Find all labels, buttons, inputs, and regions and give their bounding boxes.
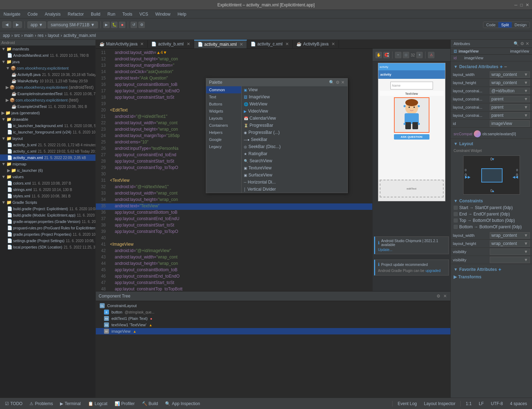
- id-value-row[interactable]: imageView: [490, 120, 530, 127]
- notification-link-update[interactable]: Update...: [378, 248, 446, 252]
- tree-item-local-properties[interactable]: 📄 local.properties (SDK Location) 21. 5.…: [0, 244, 95, 250]
- palette-cat-helpers[interactable]: Helpers: [206, 129, 241, 136]
- tree-item-package-main[interactable]: ▼ 📦 com.ebookfrenzy.explicitintent: [0, 65, 95, 71]
- layout-width-bottom-value[interactable]: wrap_content ▼: [490, 232, 530, 239]
- tab-activityb-java[interactable]: ☕ ActivityB.java ✕: [293, 40, 339, 48]
- palette-item-surfaceview[interactable]: ▣ SurfaceView: [242, 171, 347, 179]
- close-button[interactable]: ✕: [526, 2, 529, 7]
- tree-item-drawable[interactable]: ▼ 📁 drawable: [0, 116, 95, 122]
- constraints-section-title[interactable]: ▼ Constraints: [451, 197, 532, 204]
- tree-item-strings-xml[interactable]: 📄 strings.xml 11. 6. 2020 10:14, 130 B: [0, 186, 95, 193]
- close-palette-icon[interactable]: ✕: [341, 80, 345, 85]
- palette-item-progressbar-disc[interactable]: ◉ ProgressBar (...): [242, 129, 347, 136]
- search-attr-icon[interactable]: 🔍: [514, 41, 519, 46]
- palette-cat-common[interactable]: Common: [206, 86, 241, 93]
- breadcrumb-main[interactable]: main: [24, 33, 33, 38]
- tab-activity-main[interactable]: 📄 activity_main.xml ✕: [194, 40, 247, 48]
- tree-item-build-gradle-project[interactable]: 📄 build.gradle (Project: ExplicitIntent)…: [0, 206, 95, 212]
- close-tab-activityb[interactable]: ✕: [331, 42, 335, 47]
- event-log-button[interactable]: Event Log: [395, 400, 419, 407]
- tree-item-bg-xml[interactable]: 📄 ic_launcher_background.xml 11. 6. 2020…: [0, 122, 95, 129]
- id-value[interactable]: imageView: [464, 56, 529, 60]
- menu-build[interactable]: Build: [89, 11, 103, 17]
- run-button[interactable]: ▶: [103, 22, 110, 28]
- tab-activity-b[interactable]: 📄 activity_b.xml ✕: [148, 40, 194, 48]
- tree-item-java[interactable]: ▼ 📁 java: [0, 59, 95, 65]
- palette-item-textureview[interactable]: ▣ TextureView: [242, 164, 347, 171]
- tree-textview[interactable]: Ab textView1 'TextView' ▲: [96, 322, 450, 328]
- problems-button[interactable]: ⚠ Problems: [27, 400, 55, 407]
- warning-icon[interactable]: ⚠: [428, 52, 434, 58]
- close-component-tree-icon[interactable]: ✕: [443, 293, 448, 299]
- settings-palette-icon[interactable]: ⚙: [336, 80, 340, 85]
- settings-attr-icon[interactable]: ⚙: [520, 41, 524, 46]
- palette-item-imageview[interactable]: 🖼 ImageView: [242, 93, 347, 100]
- tree-item-package-unittest[interactable]: ▶ 📦 com.ebookfrenzy.explicitintent (test…: [0, 97, 95, 103]
- todo-button[interactable]: ☑ TODO: [3, 400, 24, 407]
- tree-item-activity-c-xml[interactable]: 📄 activity_c.xml 21. 5. 2022 19:02, 5,62…: [0, 148, 95, 154]
- tree-item-settings-gradle[interactable]: 📄 settings.gradle (Project Settings) 11.…: [0, 238, 95, 244]
- palette-item-view[interactable]: ▣ View: [242, 86, 347, 93]
- palette-item-seekbar[interactable]: —● SeekBar: [242, 136, 347, 143]
- palette-item-progressbar[interactable]: ⏳ ProgressBar: [242, 122, 347, 129]
- tree-edittext[interactable]: Ab editText1 (Plain Text) ●: [96, 315, 450, 322]
- menu-window[interactable]: Window: [153, 11, 173, 17]
- minus-declared-attr-button[interactable]: −: [504, 64, 507, 70]
- tree-item-exampleunittest[interactable]: ☕ ExampleUnitTest 11. 6. 2020 10:08, 391…: [0, 103, 95, 110]
- layout-inspector-button[interactable]: Layout Inspector: [422, 400, 458, 407]
- palette-cat-containers[interactable]: Containers: [206, 122, 241, 129]
- add-favorite-attr-button[interactable]: +: [498, 267, 501, 272]
- search-palette-icon[interactable]: 🔍: [329, 80, 334, 85]
- tree-item-gradle-properties[interactable]: 📄 gradle.properties (Project Properties)…: [0, 231, 95, 238]
- tree-item-values[interactable]: ▼ 📁 values: [0, 174, 95, 180]
- layout-section-title[interactable]: ▼ Layout: [451, 140, 532, 147]
- visibility-value[interactable]: ▼: [490, 249, 530, 255]
- layout-height-bottom-value[interactable]: wrap_content ▼: [490, 240, 530, 247]
- design-view-button[interactable]: Design: [512, 22, 530, 28]
- tree-item-gradle-scripts[interactable]: ▼ 📁 Gradle Scripts: [0, 199, 95, 206]
- tree-item-gradle-wrapper[interactable]: 📄 gradle-wrapper.properties (Gradle Vers…: [0, 218, 95, 225]
- app-dropdown[interactable]: app ▼: [27, 21, 46, 28]
- tree-item-java-generated[interactable]: ▶ 📁 java (generated): [0, 110, 95, 116]
- close-tab-mainactivity[interactable]: ✕: [140, 42, 144, 47]
- palette-item-vertical-divider[interactable]: │ Vertical Divider: [242, 186, 347, 193]
- minimize-button[interactable]: ─: [514, 2, 517, 7]
- palette-item-videoview[interactable]: ▶ VideoView: [242, 108, 347, 115]
- layout-constrai-1-value[interactable]: @+id/button ▼: [490, 88, 530, 94]
- layout-constrai-3-value[interactable]: parent ▼: [490, 104, 530, 110]
- palette-item-horizontal-divider[interactable]: ─ Horizontal Di...: [242, 179, 347, 186]
- tree-item-activity-b-xml[interactable]: 📄 activity_b.xml 21. 5. 2022 21:03, 1,72…: [0, 142, 95, 148]
- tree-item-proguard[interactable]: 📄 proguard-rules.pro (ProGuard Rules for…: [0, 225, 95, 231]
- palette-cat-legacy[interactable]: Legacy: [206, 143, 241, 150]
- palette-cat-text[interactable]: Text: [206, 93, 241, 100]
- tab-activity-c[interactable]: 📄 activity_c.xml ✕: [247, 40, 293, 48]
- app-inspection-button[interactable]: 🔍 App Inspection: [163, 400, 202, 407]
- forward-button[interactable]: ▶: [13, 21, 22, 28]
- menu-navigate[interactable]: Navigate: [1, 11, 22, 17]
- pan-tool-icon[interactable]: ✋: [375, 52, 382, 58]
- tree-item-manifests[interactable]: ▼ 📁 manifests: [0, 46, 95, 52]
- breadcrumb-res[interactable]: res: [38, 33, 44, 38]
- tree-item-activityb[interactable]: ☕ ActivityB.java 21. 5. 2022 19:38, 20,1…: [0, 71, 95, 78]
- layout-height-value[interactable]: wrap_content ▼: [490, 80, 530, 86]
- tree-item-exampleinstrumentedtest[interactable]: ☕ ExampleInstrumentedTest 11. 6. 2020 10…: [0, 91, 95, 97]
- menu-vcs[interactable]: VCS: [137, 11, 150, 17]
- breadcrumb-layout[interactable]: layout: [48, 33, 59, 38]
- declared-attributes-title[interactable]: ▼ Declared Attributes + −: [451, 63, 532, 71]
- palette-item-searchview[interactable]: 🔍 SearchView: [242, 157, 347, 164]
- transforms-title[interactable]: ▶ Transforms: [451, 273, 532, 280]
- tree-item-layout[interactable]: ▼ 📁 layout: [0, 135, 95, 142]
- palette-item-seekbar-disc[interactable]: ◎ SeekBar (Disc...): [242, 143, 347, 150]
- tree-item-mainactivity[interactable]: ☕ MainActivity 10 10:21, 1,23 kB Today 2…: [0, 78, 95, 84]
- add-declared-attr-button[interactable]: +: [500, 64, 503, 70]
- zoom-fit-icon[interactable]: □: [403, 52, 409, 58]
- layout-width-dropdown[interactable]: ▼: [524, 72, 528, 77]
- layout-width-value[interactable]: wrap_content ▼: [490, 71, 530, 78]
- stop-button[interactable]: ■: [119, 22, 125, 28]
- palette-item-calendarview[interactable]: 📅 CalendarView: [242, 115, 347, 122]
- settings-icon[interactable]: ⚙: [436, 293, 441, 299]
- tree-item-mipmap[interactable]: ▼ 📁 mipmap: [0, 161, 95, 167]
- favorite-attributes-title[interactable]: ▼ Favorite Attributes +: [451, 266, 532, 273]
- profiler-button[interactable]: 📊 Profiler: [113, 400, 137, 407]
- breadcrumb-src[interactable]: src: [14, 33, 20, 38]
